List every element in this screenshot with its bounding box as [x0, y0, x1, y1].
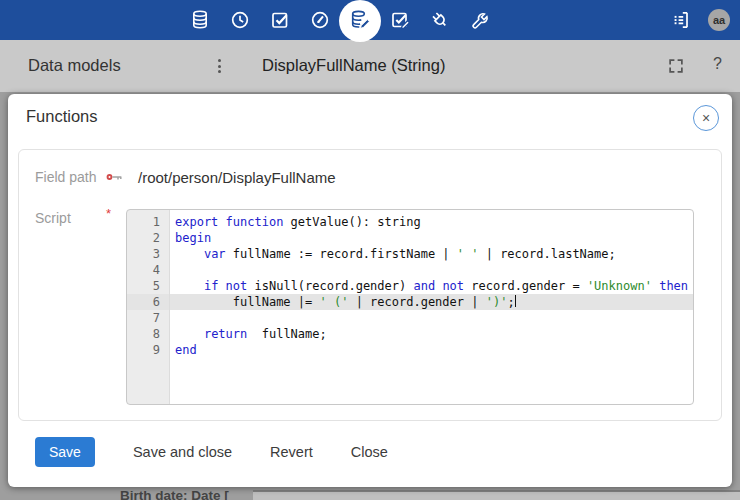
key-icon — [105, 171, 124, 183]
line-number: 5 — [127, 278, 169, 294]
breadcrumb-title: Data models — [28, 56, 121, 75]
code-line[interactable]: 7 — [127, 310, 693, 326]
code-line[interactable]: 4 — [127, 262, 693, 278]
close-icon[interactable]: × — [693, 105, 719, 131]
line-number: 4 — [127, 262, 169, 278]
script-label: Script — [35, 210, 71, 226]
database-edit-icon[interactable] — [340, 0, 380, 40]
save-button[interactable]: Save — [35, 437, 95, 467]
gauge-icon[interactable] — [300, 0, 340, 40]
toolbar-icon-group — [180, 0, 500, 40]
clock-icon[interactable] — [220, 0, 260, 40]
field-path-row: Field path /root/person/DisplayFullName — [35, 168, 336, 186]
code-line[interactable]: 3 var fullName := record.firstName | ' '… — [127, 246, 693, 262]
background-field-label: Birth date: Date [ — [120, 488, 229, 500]
close-button[interactable]: Close — [351, 444, 388, 460]
field-path-label: Field path — [35, 169, 105, 185]
line-number: 9 — [127, 342, 169, 358]
line-number: 8 — [127, 326, 169, 342]
code-line[interactable]: 8 return fullName; — [127, 326, 693, 342]
task-check-icon[interactable] — [260, 0, 300, 40]
expand-icon[interactable] — [668, 58, 684, 74]
plug-icon[interactable] — [420, 0, 460, 40]
toolbar-right-group: aa — [667, 0, 730, 40]
database-icon[interactable] — [180, 0, 220, 40]
line-number: 1 — [127, 214, 169, 230]
code-line[interactable]: 5 if not isNull(record.gender) and not r… — [127, 278, 693, 294]
wrench-icon[interactable] — [460, 0, 500, 40]
function-form-panel: Field path /root/person/DisplayFullName … — [18, 149, 722, 421]
functions-dialog: Functions × Field path /root/person/Disp… — [8, 94, 732, 487]
code-line[interactable]: 1export function getValue(): string — [127, 214, 693, 230]
page-header: Data models DisplayFullName (String) ? — [0, 40, 740, 92]
text-cursor — [515, 295, 516, 307]
code-line[interactable]: 2begin — [127, 230, 693, 246]
help-icon[interactable]: ? — [713, 55, 722, 73]
avatar[interactable]: aa — [708, 9, 730, 31]
dialog-title: Functions — [26, 107, 98, 126]
task-edit-icon[interactable] — [380, 0, 420, 40]
save-and-close-button[interactable]: Save and close — [133, 444, 232, 460]
field-path-value: /root/person/DisplayFullName — [138, 169, 336, 186]
kebab-menu-icon[interactable] — [212, 55, 226, 77]
log-list-icon[interactable] — [667, 0, 695, 40]
dialog-footer: Save Save and close Revert Close — [35, 437, 388, 467]
code-lines: 1export function getValue(): string2begi… — [127, 214, 693, 358]
page-title: DisplayFullName (String) — [262, 56, 445, 75]
line-number: 7 — [127, 310, 169, 326]
line-number: 2 — [127, 230, 169, 246]
code-line[interactable]: 6 fullName |= ' (' | record.gender | ')'… — [127, 294, 693, 310]
background-input-field — [253, 490, 740, 500]
line-number: 3 — [127, 246, 169, 262]
required-asterisk: * — [106, 206, 111, 221]
line-number: 6 — [127, 294, 169, 310]
script-code-editor[interactable]: 1export function getValue(): string2begi… — [126, 209, 694, 405]
top-toolbar: aa — [0, 0, 740, 40]
revert-button[interactable]: Revert — [270, 444, 313, 460]
code-line[interactable]: 9end — [127, 342, 693, 358]
